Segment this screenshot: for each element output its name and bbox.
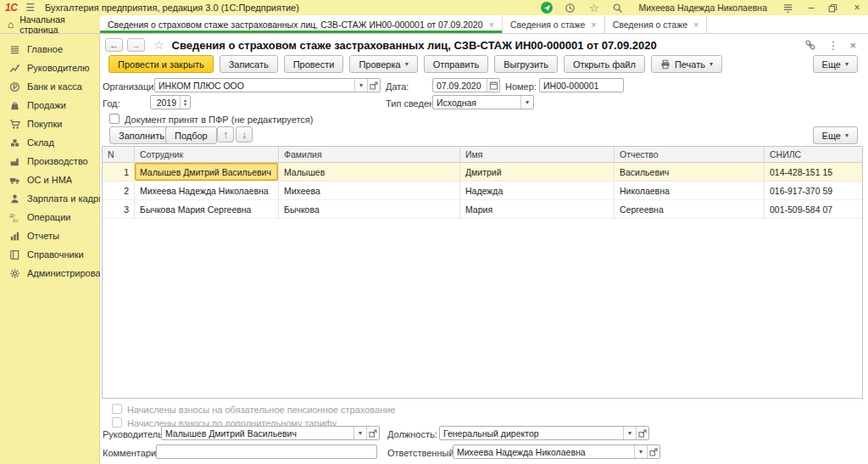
move-up-button[interactable]: ↑ bbox=[217, 126, 234, 143]
comment-field[interactable] bbox=[156, 444, 377, 459]
open-button[interactable] bbox=[636, 427, 648, 439]
printer-icon bbox=[660, 59, 670, 70]
sidebar-item-sales[interactable]: Продажи bbox=[0, 96, 99, 115]
number-label: Номер: bbox=[505, 81, 537, 92]
sidebar-item-salary-hr[interactable]: Зарплата и кадры bbox=[0, 189, 99, 208]
opv-contributions-checkbox[interactable] bbox=[112, 404, 122, 414]
opv-contributions-label: Начислены взносы на обязательное пенсион… bbox=[127, 405, 395, 415]
sidebar-item-purchases[interactable]: Покупки bbox=[0, 115, 99, 133]
responsible-field[interactable]: Михеева Надежда Николаевна ▾ bbox=[453, 444, 660, 459]
dropdown-button[interactable]: ▾ bbox=[354, 79, 367, 92]
discussions-icon[interactable] bbox=[541, 2, 553, 14]
minimize-button[interactable]: – bbox=[805, 3, 817, 13]
org-label: Организация: bbox=[103, 81, 161, 92]
open-button[interactable] bbox=[367, 79, 380, 92]
column-header-snils[interactable]: СНИЛС bbox=[765, 147, 862, 162]
sidebar-item-bank-cash[interactable]: Банк и касса bbox=[0, 77, 99, 96]
date-field[interactable]: 07.09.2020 bbox=[432, 78, 500, 92]
open-button[interactable] bbox=[366, 427, 379, 439]
year-spinner[interactable]: ▴▾ bbox=[180, 96, 190, 109]
year-field[interactable]: 2019 ▴▾ bbox=[150, 95, 191, 109]
section-sidebar: Главное Руководителю Банк и касса Продаж… bbox=[0, 34, 100, 464]
column-header-last-name[interactable]: Фамилия bbox=[279, 147, 460, 162]
send-button[interactable]: Отправить bbox=[424, 55, 489, 73]
chevron-down-icon: ▾ bbox=[845, 61, 849, 68]
sidebar-item-production[interactable]: Производство bbox=[0, 152, 99, 171]
sidebar-item-administration[interactable]: Администрирование bbox=[0, 264, 99, 282]
favorite-star-icon[interactable]: ☆ bbox=[153, 39, 164, 51]
search-icon[interactable] bbox=[611, 2, 624, 14]
dropdown-button[interactable]: ▾ bbox=[623, 427, 636, 439]
table-row: 2 Михеева Надежда Николаевна Михеева Над… bbox=[103, 182, 862, 200]
more-actions-icon[interactable]: ⋮ bbox=[827, 40, 838, 51]
info-type-field[interactable]: Исходная ▾ bbox=[432, 95, 534, 109]
column-header-middle-name[interactable]: Отчество bbox=[615, 147, 765, 162]
open-file-button[interactable]: Открыть файл bbox=[564, 55, 645, 73]
tab-szv-document[interactable]: Сведения о страховом стаже застрахованны… bbox=[100, 15, 503, 33]
export-button[interactable]: Выгрузить bbox=[494, 55, 558, 73]
organization-field[interactable]: ИНКОМ ПЛЮС ООО ▾ bbox=[154, 78, 381, 92]
current-user-name[interactable]: Михеева Надежда Николаевна bbox=[638, 3, 767, 13]
factory-icon bbox=[8, 155, 21, 167]
pfr-accepted-checkbox[interactable] bbox=[109, 114, 120, 124]
tab-label: Сведения о страховом стаже застрахованны… bbox=[108, 20, 483, 30]
close-window-button[interactable]: × bbox=[851, 3, 863, 13]
print-button[interactable]: Печать▾ bbox=[651, 55, 722, 73]
employees-table: N Сотрудник Фамилия Имя Отчество СНИЛС 1… bbox=[102, 146, 863, 399]
document-form: ← → ☆ Сведения о страховом стаже застрах… bbox=[100, 34, 868, 464]
favorites-star-icon[interactable]: ☆ bbox=[587, 2, 600, 14]
sidebar-item-manager[interactable]: Руководителю bbox=[0, 59, 99, 77]
sidebar-item-reports[interactable]: Отчеты bbox=[0, 226, 99, 245]
close-form-icon[interactable]: × bbox=[849, 40, 856, 51]
sidebar-item-main[interactable]: Главное bbox=[0, 40, 99, 59]
post-button[interactable]: Провести bbox=[284, 55, 344, 73]
home-page-tab[interactable]: ⌂ Начальная страница bbox=[0, 15, 100, 33]
move-down-button[interactable]: ↓ bbox=[236, 126, 253, 143]
get-link-icon[interactable] bbox=[804, 39, 816, 51]
column-header-first-name[interactable]: Имя bbox=[460, 147, 615, 162]
tab-szv-list-2[interactable]: Сведения о стаже × bbox=[605, 15, 708, 33]
open-button[interactable] bbox=[647, 445, 659, 458]
tab-close-icon[interactable]: × bbox=[489, 20, 494, 30]
restore-window-button[interactable] bbox=[828, 3, 840, 13]
settings-menu-icon[interactable] bbox=[782, 2, 794, 14]
more-button-table[interactable]: Еще▾ bbox=[813, 126, 858, 144]
cart-icon bbox=[8, 118, 21, 130]
fill-button[interactable]: Заполнить bbox=[109, 126, 174, 144]
sidebar-item-operations[interactable]: ДтКт Операции bbox=[0, 208, 99, 226]
debit-credit-icon: ДтКт bbox=[8, 211, 21, 223]
trend-chart-icon bbox=[8, 62, 21, 74]
main-menu-icon[interactable]: ☰ bbox=[25, 3, 35, 13]
tab-close-icon[interactable]: × bbox=[693, 20, 698, 30]
dropdown-button[interactable]: ▾ bbox=[634, 445, 647, 458]
book-icon bbox=[8, 249, 21, 260]
dropdown-button[interactable]: ▾ bbox=[520, 96, 533, 109]
tab-szv-list-1[interactable]: Сведения о стаже × bbox=[503, 15, 605, 33]
active-cell[interactable]: Малышев Дмитрий Васильевич bbox=[135, 163, 279, 181]
number-field[interactable]: ИН00-000001 bbox=[539, 78, 624, 92]
sidebar-item-fixed-assets[interactable]: ОС и НМА bbox=[0, 171, 99, 189]
tab-close-icon[interactable]: × bbox=[591, 20, 596, 30]
calendar-button[interactable] bbox=[487, 79, 499, 92]
save-button[interactable]: Записать bbox=[220, 55, 278, 73]
forward-button[interactable]: → bbox=[127, 38, 145, 52]
post-and-close-button[interactable]: Провести и закрыть bbox=[108, 55, 214, 73]
manager-field[interactable]: Малышев Дмитрий Васильевич ▾ bbox=[161, 426, 380, 440]
pick-button[interactable]: Подбор bbox=[165, 126, 217, 144]
more-button-toolbar[interactable]: Еще▾ bbox=[813, 55, 858, 73]
extra-tariff-checkbox[interactable] bbox=[112, 417, 122, 428]
comment-label: Комментарий: bbox=[103, 448, 164, 458]
check-button[interactable]: Проверка▾ bbox=[349, 55, 417, 73]
dropdown-button[interactable]: ▾ bbox=[353, 427, 366, 439]
sidebar-item-references[interactable]: Справочники bbox=[0, 245, 99, 264]
pfr-accepted-label: Документ принят в ПФР (не редактируется) bbox=[125, 115, 313, 125]
history-icon[interactable] bbox=[564, 2, 576, 14]
column-header-n[interactable]: N bbox=[103, 147, 135, 162]
position-field[interactable]: Генеральный директор ▾ bbox=[439, 426, 649, 440]
back-button[interactable]: ← bbox=[105, 38, 123, 52]
column-header-employee[interactable]: Сотрудник bbox=[135, 147, 279, 162]
app-window: 1С ☰ Бухгалтерия предприятия, редакция 3… bbox=[0, 0, 868, 464]
year-label: Год: bbox=[103, 98, 120, 109]
boxes-icon bbox=[8, 137, 21, 148]
sidebar-item-warehouse[interactable]: Склад bbox=[0, 133, 99, 152]
